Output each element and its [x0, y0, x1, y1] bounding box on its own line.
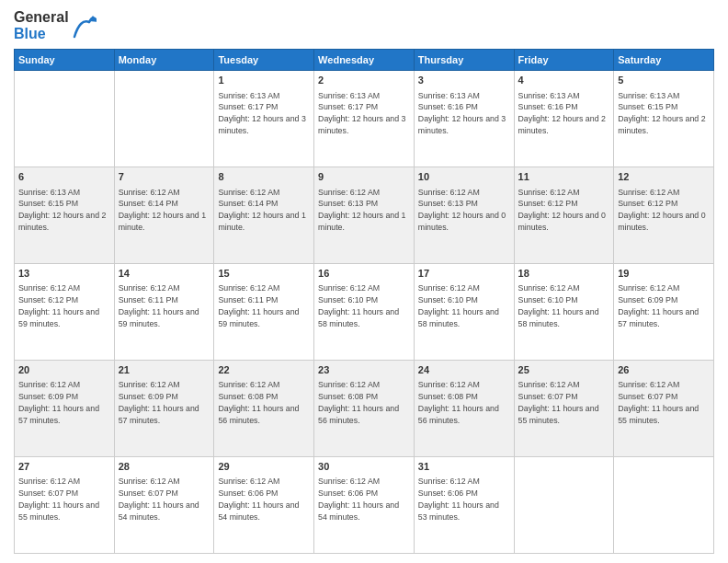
calendar-cell: 8Sunrise: 6:12 AM Sunset: 6:14 PM Daylig… [214, 167, 314, 264]
calendar-cell [614, 457, 714, 554]
day-number: 6 [18, 170, 110, 184]
day-number: 15 [218, 267, 310, 281]
day-number: 23 [318, 363, 410, 377]
calendar-cell [15, 71, 115, 167]
weekday-header-tuesday: Tuesday [214, 50, 314, 71]
day-info: Sunrise: 6:12 AM Sunset: 6:06 PM Dayligh… [218, 476, 310, 523]
calendar-week-1: 1Sunrise: 6:13 AM Sunset: 6:17 PM Daylig… [15, 71, 714, 167]
calendar-cell: 20Sunrise: 6:12 AM Sunset: 6:09 PM Dayli… [15, 361, 115, 457]
day-number: 27 [18, 460, 110, 474]
calendar-cell: 12Sunrise: 6:12 AM Sunset: 6:12 PM Dayli… [614, 167, 714, 264]
calendar-cell: 9Sunrise: 6:12 AM Sunset: 6:13 PM Daylig… [314, 167, 415, 264]
day-info: Sunrise: 6:13 AM Sunset: 6:15 PM Dayligh… [18, 187, 110, 234]
day-info: Sunrise: 6:12 AM Sunset: 6:06 PM Dayligh… [318, 476, 410, 523]
logo-bird-icon [71, 11, 97, 40]
calendar-cell: 17Sunrise: 6:12 AM Sunset: 6:10 PM Dayli… [414, 264, 514, 361]
day-number: 21 [119, 363, 210, 377]
calendar-week-3: 13Sunrise: 6:12 AM Sunset: 6:12 PM Dayli… [15, 264, 714, 361]
day-number: 24 [418, 363, 510, 377]
day-number: 3 [418, 74, 510, 87]
calendar-week-4: 20Sunrise: 6:12 AM Sunset: 6:09 PM Dayli… [15, 361, 714, 457]
day-number: 12 [618, 170, 710, 184]
day-info: Sunrise: 6:12 AM Sunset: 6:11 PM Dayligh… [218, 282, 310, 329]
weekday-header-thursday: Thursday [414, 50, 514, 71]
calendar-cell: 30Sunrise: 6:12 AM Sunset: 6:06 PM Dayli… [314, 457, 415, 554]
day-info: Sunrise: 6:12 AM Sunset: 6:09 PM Dayligh… [618, 282, 710, 329]
calendar-cell: 7Sunrise: 6:12 AM Sunset: 6:14 PM Daylig… [114, 167, 214, 264]
calendar-cell: 25Sunrise: 6:12 AM Sunset: 6:07 PM Dayli… [514, 361, 614, 457]
day-info: Sunrise: 6:12 AM Sunset: 6:11 PM Dayligh… [119, 282, 210, 329]
day-number: 7 [119, 170, 210, 184]
calendar-week-5: 27Sunrise: 6:12 AM Sunset: 6:07 PM Dayli… [15, 457, 714, 554]
day-number: 28 [119, 460, 210, 474]
calendar-cell: 21Sunrise: 6:12 AM Sunset: 6:09 PM Dayli… [114, 361, 214, 457]
calendar-cell [514, 457, 614, 554]
day-number: 1 [218, 74, 310, 87]
day-number: 14 [119, 267, 210, 281]
day-info: Sunrise: 6:12 AM Sunset: 6:07 PM Dayligh… [518, 379, 610, 426]
day-info: Sunrise: 6:13 AM Sunset: 6:17 PM Dayligh… [218, 90, 310, 137]
day-number: 17 [418, 267, 510, 281]
page-header: General Blue [14, 9, 714, 41]
calendar-cell: 5Sunrise: 6:13 AM Sunset: 6:15 PM Daylig… [614, 71, 714, 167]
day-number: 2 [318, 74, 410, 87]
calendar-cell: 22Sunrise: 6:12 AM Sunset: 6:08 PM Dayli… [214, 361, 314, 457]
day-number: 20 [18, 363, 110, 377]
day-number: 29 [218, 460, 310, 474]
day-info: Sunrise: 6:12 AM Sunset: 6:07 PM Dayligh… [18, 476, 110, 523]
day-info: Sunrise: 6:12 AM Sunset: 6:08 PM Dayligh… [418, 379, 510, 426]
day-info: Sunrise: 6:12 AM Sunset: 6:12 PM Dayligh… [18, 282, 110, 329]
calendar-cell: 16Sunrise: 6:12 AM Sunset: 6:10 PM Dayli… [314, 264, 415, 361]
day-number: 9 [318, 170, 410, 184]
weekday-header-monday: Monday [114, 50, 214, 71]
calendar-cell: 11Sunrise: 6:12 AM Sunset: 6:12 PM Dayli… [514, 167, 614, 264]
day-info: Sunrise: 6:12 AM Sunset: 6:08 PM Dayligh… [318, 379, 410, 426]
calendar-table: SundayMondayTuesdayWednesdayThursdayFrid… [14, 49, 714, 554]
calendar-cell: 10Sunrise: 6:12 AM Sunset: 6:13 PM Dayli… [414, 167, 514, 264]
day-number: 13 [18, 267, 110, 281]
day-number: 26 [618, 363, 710, 377]
day-number: 4 [518, 74, 610, 87]
day-number: 30 [318, 460, 410, 474]
day-info: Sunrise: 6:12 AM Sunset: 6:09 PM Dayligh… [18, 379, 110, 426]
logo-general: General [14, 9, 69, 26]
calendar-cell: 6Sunrise: 6:13 AM Sunset: 6:15 PM Daylig… [15, 167, 115, 264]
weekday-header-saturday: Saturday [614, 50, 714, 71]
day-info: Sunrise: 6:12 AM Sunset: 6:07 PM Dayligh… [119, 476, 210, 523]
weekday-header-wednesday: Wednesday [314, 50, 415, 71]
day-number: 19 [618, 267, 710, 281]
day-info: Sunrise: 6:13 AM Sunset: 6:17 PM Dayligh… [318, 90, 410, 137]
calendar-cell: 31Sunrise: 6:12 AM Sunset: 6:06 PM Dayli… [414, 457, 514, 554]
calendar-cell: 29Sunrise: 6:12 AM Sunset: 6:06 PM Dayli… [214, 457, 314, 554]
day-info: Sunrise: 6:12 AM Sunset: 6:14 PM Dayligh… [119, 187, 210, 234]
calendar-cell: 24Sunrise: 6:12 AM Sunset: 6:08 PM Dayli… [414, 361, 514, 457]
day-info: Sunrise: 6:12 AM Sunset: 6:12 PM Dayligh… [518, 187, 610, 234]
calendar-body: 1Sunrise: 6:13 AM Sunset: 6:17 PM Daylig… [15, 71, 714, 554]
calendar-week-2: 6Sunrise: 6:13 AM Sunset: 6:15 PM Daylig… [15, 167, 714, 264]
weekday-header-row: SundayMondayTuesdayWednesdayThursdayFrid… [15, 50, 714, 71]
day-number: 5 [618, 74, 710, 87]
day-info: Sunrise: 6:13 AM Sunset: 6:16 PM Dayligh… [418, 90, 510, 137]
day-info: Sunrise: 6:12 AM Sunset: 6:10 PM Dayligh… [318, 282, 410, 329]
calendar-cell [114, 71, 214, 167]
day-info: Sunrise: 6:13 AM Sunset: 6:15 PM Dayligh… [618, 90, 710, 137]
calendar-cell: 13Sunrise: 6:12 AM Sunset: 6:12 PM Dayli… [15, 264, 115, 361]
logo-blue: Blue [14, 26, 69, 42]
day-number: 22 [218, 363, 310, 377]
calendar-cell: 23Sunrise: 6:12 AM Sunset: 6:08 PM Dayli… [314, 361, 415, 457]
logo: General Blue [14, 9, 97, 41]
day-info: Sunrise: 6:12 AM Sunset: 6:07 PM Dayligh… [618, 379, 710, 426]
day-info: Sunrise: 6:12 AM Sunset: 6:14 PM Dayligh… [218, 187, 310, 234]
calendar-cell: 2Sunrise: 6:13 AM Sunset: 6:17 PM Daylig… [314, 71, 415, 167]
calendar-cell: 19Sunrise: 6:12 AM Sunset: 6:09 PM Dayli… [614, 264, 714, 361]
calendar-cell: 28Sunrise: 6:12 AM Sunset: 6:07 PM Dayli… [114, 457, 214, 554]
day-info: Sunrise: 6:12 AM Sunset: 6:08 PM Dayligh… [218, 379, 310, 426]
calendar-cell: 4Sunrise: 6:13 AM Sunset: 6:16 PM Daylig… [514, 71, 614, 167]
day-info: Sunrise: 6:12 AM Sunset: 6:13 PM Dayligh… [418, 187, 510, 234]
calendar-cell: 27Sunrise: 6:12 AM Sunset: 6:07 PM Dayli… [15, 457, 115, 554]
day-number: 25 [518, 363, 610, 377]
day-info: Sunrise: 6:13 AM Sunset: 6:16 PM Dayligh… [518, 90, 610, 137]
day-number: 16 [318, 267, 410, 281]
calendar-cell: 3Sunrise: 6:13 AM Sunset: 6:16 PM Daylig… [414, 71, 514, 167]
day-info: Sunrise: 6:12 AM Sunset: 6:13 PM Dayligh… [318, 187, 410, 234]
